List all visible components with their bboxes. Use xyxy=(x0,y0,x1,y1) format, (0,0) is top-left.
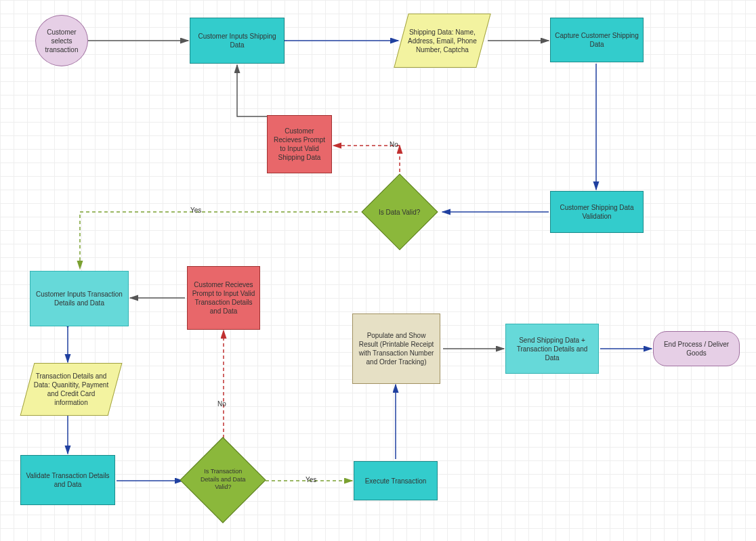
yes-label-2: Yes xyxy=(303,475,318,484)
start-node[interactable]: Customer selects transaction xyxy=(35,15,88,66)
validate-tx-node[interactable]: Validate Transaction Details and Data xyxy=(20,455,115,505)
is-tx-valid-node[interactable]: Is Transaction Details and Data Valid? xyxy=(180,437,266,523)
populate-label: Populate and Show Result (Printable Rece… xyxy=(357,331,436,366)
is-tx-valid-label: Is Transaction Details and Data Valid? xyxy=(197,468,249,492)
populate-node[interactable]: Populate and Show Result (Printable Rece… xyxy=(352,313,440,384)
end-node[interactable]: End Process / Deliver Goods xyxy=(653,331,740,366)
shipping-data-node[interactable]: Shipping Data: Name, Address, Email, Pho… xyxy=(394,14,490,68)
shipping-data-label: Shipping Data: Name, Address, Email, Pho… xyxy=(406,28,479,54)
is-data-valid-node[interactable]: Is Data Valid? xyxy=(361,173,438,250)
shipping-validation-node[interactable]: Customer Shipping Data Validation xyxy=(550,191,644,233)
tx-details-label: Transaction Details and Data: Quanitity,… xyxy=(32,372,110,407)
validate-tx-label: Validate Transaction Details and Data xyxy=(25,471,110,489)
valid-shipping-prompt-node[interactable]: Customer Recieves Prompt to Input Valid … xyxy=(267,115,332,173)
no-label-1: No xyxy=(387,140,400,149)
valid-tx-prompt-label: Customer Recieves Prompt to Input Valid … xyxy=(192,280,255,316)
shipping-validation-label: Customer Shipping Data Validation xyxy=(555,203,639,221)
input-transaction-node[interactable]: Customer Inputs Transaction Details and … xyxy=(30,271,129,326)
execute-node[interactable]: Execute Transaction xyxy=(354,461,438,500)
tx-details-node[interactable]: Transaction Details and Data: Quanitity,… xyxy=(20,363,123,416)
input-transaction-label: Customer Inputs Transaction Details and … xyxy=(35,290,124,307)
send-data-label: Send Shipping Data + Transaction Details… xyxy=(510,336,594,362)
valid-tx-prompt-node[interactable]: Customer Recieves Prompt to Input Valid … xyxy=(187,266,260,330)
no-label-2: No xyxy=(215,399,228,408)
valid-shipping-prompt-label: Customer Recieves Prompt to Input Valid … xyxy=(272,127,327,162)
input-shipping-label: Customer Inputs Shipping Data xyxy=(194,32,280,49)
is-data-valid-label: Is Data Valid? xyxy=(377,208,422,217)
yes-label-1: Yes xyxy=(188,206,203,215)
execute-label: Execute Transaction xyxy=(365,477,427,485)
flowchart-canvas: Customer selects transaction Customer In… xyxy=(0,0,756,541)
start-label: Customer selects transaction xyxy=(40,28,83,54)
capture-shipping-node[interactable]: Capture Customer Shipping Data xyxy=(550,18,644,62)
send-data-node[interactable]: Send Shipping Data + Transaction Details… xyxy=(505,324,599,374)
input-shipping-node[interactable]: Customer Inputs Shipping Data xyxy=(190,18,285,64)
end-label: End Process / Deliver Goods xyxy=(658,340,735,358)
capture-shipping-label: Capture Customer Shipping Data xyxy=(555,31,639,49)
